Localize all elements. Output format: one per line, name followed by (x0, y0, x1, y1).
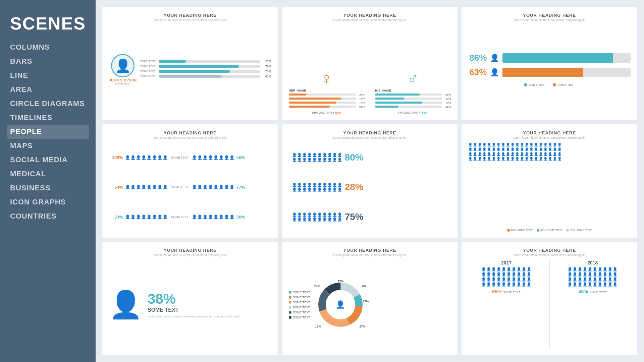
card-donut: YOUR HEADING HERE Lorem ipsum dolor sit … (282, 242, 458, 355)
donut-center-icon: 👤 (336, 300, 345, 309)
people-row-3: 33% 👤 👤 👤 👤 👤 👤 👤 👤 SOME TEXT 👤 👤 👤 (109, 215, 271, 220)
big-bar-track-2 (502, 68, 631, 77)
people-icons-left-1: 👤 👤 👤 👤 👤 👤 👤 👤 (125, 155, 168, 160)
legend-dot-blue (524, 83, 527, 86)
bar-row-1: SOME TEXT 27% (140, 60, 271, 63)
card7-heading: YOUR HEADING HERE (109, 248, 271, 253)
sidebar-item-columns[interactable]: COLUMNS (10, 40, 89, 54)
his-bar-4: 35% (375, 105, 451, 108)
people-pct-left-3: 33% (109, 215, 123, 220)
bar-fill-1 (159, 60, 186, 63)
sidebar: SCENES COLUMNS BARS LINE AREA CIRCLE DIA… (0, 0, 96, 362)
card6-label-1: SOME TEXT (517, 229, 533, 232)
male-figure-icon: ♂ (375, 69, 451, 88)
his-name: HIS NAME (375, 89, 391, 92)
card1-heading: YOUR HEADING HERE (109, 13, 271, 18)
donut-label-17-left: 17% (315, 325, 321, 328)
bars-container: SOME TEXT 27% SOME TEXT 79% SOME TEXT (140, 60, 271, 80)
sidebar-item-social-media[interactable]: SOCIAL MEDIA (10, 153, 89, 167)
donut-legend-5: SOME TEXT (289, 311, 310, 314)
card9-content: 2017 👤 👤 👤 👤 👤 👤 👤 👤 👤 👤 (468, 260, 631, 349)
big-pct-2: 63% (468, 67, 487, 77)
label-mid-1: SOME TEXT (171, 156, 189, 159)
her-section: ♀ HER NAME 26% 78% 70% 61% (289, 69, 365, 114)
large-person-icon: 👤 (109, 291, 143, 318)
donut-legend-1: SOME TEXT (289, 291, 310, 294)
female-figure-icon: ♀ (289, 69, 365, 88)
donut-label-9: 9% (362, 285, 366, 288)
donut-label-24: 24% (314, 285, 320, 288)
person-icon-2: 👤 (490, 68, 499, 77)
people-row-2: 54% 👤 👤 👤 👤 👤 👤 👤 👤 SOME TEXT 👤 👤 👤 (109, 185, 271, 190)
card6-pct-1: 28% (511, 229, 516, 232)
year-pct-2017: 65% (492, 289, 501, 294)
bar-row-2: SOME TEXT 79% (140, 65, 271, 68)
people-icons-right-1: 👤 👤 👤 👤 👤 👤 👤 👤 (192, 155, 234, 160)
big-stat-num-3: 75% (345, 212, 364, 222)
card7-label: SOME TEXT (148, 307, 240, 313)
people-icons-right-2: 👤 👤 👤 👤 👤 👤 👤 👤 (192, 185, 234, 189)
card-icon-grid: YOUR HEADING HERE Lorem ipsum dolor sit … (462, 124, 637, 238)
big-bar-row-1: 86% 👤 (468, 53, 631, 63)
his-productivity: PRODUCTIVITY 54% (375, 111, 451, 114)
people-icons-right-3: 👤 👤 👤 👤 👤 👤 👤 👤 (192, 215, 234, 219)
sidebar-item-people[interactable]: PEOPLE (7, 125, 89, 139)
card3-content: 86% 👤 63% 👤 SOME TEXT (468, 25, 631, 114)
year-label-stat-2018: SOME TEXT (589, 291, 607, 294)
people-grid-28: 👤 👤 👤 👤 👤 👤 👤 👤 👤 👤 👤 👤 (292, 183, 342, 192)
card6-pct-3: 32% (570, 229, 575, 232)
bar-label-1: SOME TEXT (140, 60, 157, 63)
card8-heading: YOUR HEADING HERE (289, 248, 451, 253)
bar-fill-4 (159, 75, 222, 78)
her-name: HER NAME (289, 89, 306, 92)
his-bar-1: 66% (375, 93, 451, 96)
sidebar-item-icon-graphs[interactable]: ICON GRAPHS (10, 195, 89, 209)
big-stat-row-3: 👤 👤 👤 👤 👤 👤 👤 👤 👤 👤 👤 👤 (292, 212, 364, 222)
donut-legend: SOME TEXT SOME TEXT SOME TEXT SOME TEXT … (289, 291, 310, 319)
his-bar-2: 43% (375, 97, 451, 100)
card6-legend-1: 28% SOME TEXT (507, 229, 533, 232)
big-stat-row-2: 👤 👤 👤 👤 👤 👤 👤 👤 👤 👤 👤 👤 (292, 182, 364, 192)
sidebar-item-bars[interactable]: BARS (10, 54, 89, 68)
sidebar-item-line[interactable]: LINE (10, 68, 89, 82)
his-section: ♂ HIS NAME 66% 43% 70% 35% (375, 69, 451, 114)
profile-avatar-icon: 👤 (115, 58, 131, 73)
year-label-2017: 2017 (501, 260, 512, 265)
bar-pct-2: 79% (262, 65, 271, 68)
bar-pct-3: 70% (262, 70, 271, 73)
card-single-stat: YOUR HEADING HERE Lorem ipsum dolor sit … (102, 242, 278, 355)
card8-subtext: Lorem ipsum dolor sit amet, consectetur … (289, 253, 451, 257)
card5-heading: YOUR HEADING HERE (289, 130, 451, 135)
card8-content: SOME TEXT SOME TEXT SOME TEXT SOME TEXT … (289, 260, 451, 349)
bar-pct-4: 62% (262, 75, 271, 78)
people-pct-right-2: 77% (236, 185, 249, 190)
sidebar-item-maps[interactable]: MAPS (10, 139, 89, 153)
sidebar-item-countries[interactable]: COUNTRIES (10, 209, 89, 223)
bar-label-2: SOME TEXT (140, 65, 157, 68)
donut-label-27: 27% (359, 325, 365, 328)
card-profile-bars: YOUR HEADING HERE Lorem ipsum dolor sit … (102, 7, 278, 120)
label-mid-3: SOME TEXT (171, 215, 189, 219)
card3-subtext: Lorem ipsum dolor sit amet, consectetur … (468, 18, 631, 22)
people-pct-right-3: 36% (236, 215, 249, 220)
sidebar-item-area[interactable]: AREA (10, 82, 89, 97)
sidebar-item-circle-diagrams[interactable]: CIRCLE DIAGRAMS (10, 97, 89, 111)
card-pct-bars: YOUR HEADING HERE Lorem ipsum dolor sit … (462, 7, 637, 120)
people-pct-left-2: 54% (109, 185, 123, 190)
big-bar-row-2: 63% 👤 (468, 67, 631, 77)
card9-subtext: Lorem ipsum dolor sit amet, consectetur … (468, 253, 631, 257)
sidebar-item-timelines[interactable]: TIMELINES (10, 111, 89, 125)
year-icons-2017: 👤 👤 👤 👤 👤 👤 👤 👤 👤 👤 👤 👤 (481, 267, 531, 287)
card-year-comparison: YOUR HEADING HERE Lorem ipsum dolor sit … (462, 242, 637, 355)
sidebar-item-business[interactable]: BUSINESS (10, 181, 89, 195)
sidebar-item-medical[interactable]: MEDICAL (10, 167, 89, 181)
profile-section: 👤 JOHN SIMPSON SOME TEXT (109, 54, 137, 85)
bar-track-2 (159, 65, 260, 68)
big-stat-num-1: 80% (345, 152, 364, 163)
year-col-2017: 2017 👤 👤 👤 👤 👤 👤 👤 👤 👤 👤 (468, 260, 544, 349)
donut-legend-2: SOME TEXT (289, 296, 310, 299)
year-divider (549, 260, 550, 349)
card7-desc: Lorem ipsum dolor sit amet, consectetur … (148, 315, 240, 318)
bar-track-4 (159, 75, 260, 78)
year-pct-2018: 45% (579, 289, 588, 294)
